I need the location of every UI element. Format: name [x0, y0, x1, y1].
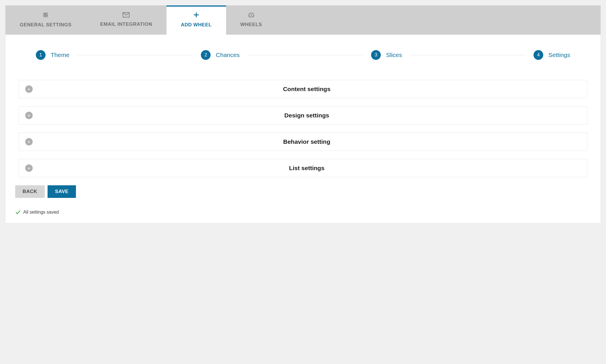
step-settings[interactable]: 4 Settings: [534, 50, 570, 60]
button-row: BACK SAVE: [15, 185, 587, 198]
step-connector: [248, 55, 363, 55]
accordion-behavior-setting[interactable]: + Behavior setting: [19, 133, 587, 151]
step-number: 4: [534, 50, 543, 60]
main-panel: GENERAL SETTINGS EMAIL INTEGRATION ADD W…: [5, 5, 601, 223]
step-label: Settings: [548, 52, 570, 58]
plus-icon: [193, 12, 199, 18]
step-number: 3: [371, 50, 381, 60]
step-number: 1: [36, 50, 46, 60]
status-row: All settings saved: [15, 209, 587, 217]
expand-icon: +: [25, 138, 33, 145]
tab-wheels[interactable]: WHEELS: [226, 5, 276, 35]
back-button[interactable]: BACK: [15, 185, 45, 198]
step-number: 2: [201, 50, 211, 60]
stepper: 1 Theme 2 Chances 3 Slices 4 Settings: [36, 50, 570, 60]
expand-icon: +: [25, 85, 33, 93]
check-icon: [15, 209, 21, 215]
tab-label: GENERAL SETTINGS: [20, 22, 72, 28]
step-label: Slices: [386, 52, 402, 58]
gauge-icon: [248, 12, 255, 18]
expand-icon: +: [25, 164, 33, 172]
accordion-design-settings[interactable]: + Design settings: [19, 106, 587, 125]
status-message: All settings saved: [23, 210, 59, 215]
accordion-title: Behavior setting: [33, 138, 581, 145]
sliders-icon: [42, 12, 49, 18]
save-button[interactable]: SAVE: [48, 185, 76, 198]
step-theme[interactable]: 1 Theme: [36, 50, 69, 60]
accordion-title: List settings: [33, 165, 581, 172]
step-chances[interactable]: 2 Chances: [201, 50, 240, 60]
accordion-group: + Content settings + Design settings + B…: [19, 80, 587, 177]
tab-general-settings[interactable]: GENERAL SETTINGS: [5, 5, 86, 35]
accordion-content-settings[interactable]: + Content settings: [19, 80, 587, 98]
tab-email-integration[interactable]: EMAIL INTEGRATION: [86, 5, 167, 35]
step-label: Chances: [216, 52, 240, 58]
accordion-title: Design settings: [33, 112, 581, 119]
mail-icon: [123, 12, 130, 17]
accordion-title: Content settings: [33, 86, 581, 93]
panel-body: 1 Theme 2 Chances 3 Slices 4 Settings: [5, 35, 601, 223]
tab-label: ADD WHEEL: [181, 22, 211, 28]
step-slices[interactable]: 3 Slices: [371, 50, 402, 60]
tabs-bar: GENERAL SETTINGS EMAIL INTEGRATION ADD W…: [5, 5, 601, 35]
tab-label: WHEELS: [240, 22, 262, 27]
tab-label: EMAIL INTEGRATION: [100, 21, 152, 27]
step-connector: [410, 55, 525, 55]
step-label: Theme: [51, 52, 69, 58]
accordion-list-settings[interactable]: + List settings: [19, 159, 587, 177]
tab-add-wheel[interactable]: ADD WHEEL: [166, 5, 226, 35]
expand-icon: +: [25, 112, 33, 119]
step-connector: [77, 55, 193, 55]
